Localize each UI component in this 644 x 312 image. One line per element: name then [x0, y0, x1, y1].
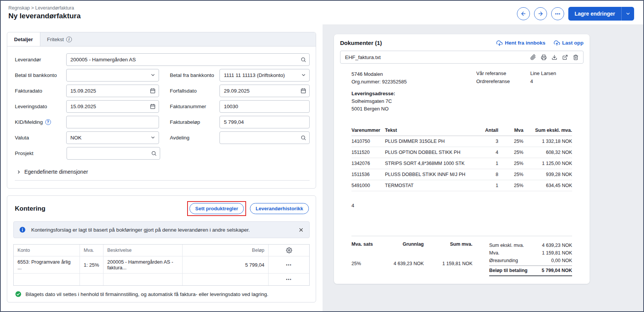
forfallsdato-field[interactable]: 29.09.2025 [219, 85, 310, 97]
avdeling-field[interactable] [219, 131, 310, 144]
leveringsdato-field[interactable]: 15.09.2025 [66, 100, 159, 113]
item-text: PLUSS DOBBEL STIKK INNF M/J PH [385, 172, 476, 177]
item-vat: 25% [498, 172, 523, 177]
fetch-from-inbox-label: Hent fra innboks [505, 40, 545, 46]
mva-cell[interactable] [80, 274, 103, 285]
belop-cell[interactable] [183, 274, 269, 285]
paperclip-icon[interactable] [530, 54, 536, 60]
page-number: 4 [351, 203, 572, 208]
search-icon[interactable] [301, 57, 306, 62]
save-button-group: Lagre endringer [568, 7, 634, 21]
forfallsdato-label: Forfallsdato [170, 88, 219, 94]
konto-cell[interactable] [14, 274, 80, 285]
totals-block: Sum ekskl. mva. 4 639,23 NOK Mva. 1 159,… [489, 242, 572, 276]
search-icon[interactable] [301, 135, 306, 141]
save-options-button[interactable] [621, 7, 634, 21]
leverandor-field[interactable]: 200005 - Hammergården AS [66, 53, 310, 66]
sett-produktregler-button[interactable]: Sett produktregler [189, 203, 244, 214]
vat-sum-header: Sum mva. [430, 242, 472, 257]
cloud-upload-icon [554, 40, 560, 46]
reference-block: Vår referanse Line Larsen Ordrereferanse… [476, 70, 572, 85]
breadcrumb-leverandorfaktura[interactable]: Leverandørfaktura [35, 5, 74, 11]
date-note-text: Bilagets dato vil settes i henhold til f… [25, 291, 269, 297]
file-name[interactable]: EHF_faktura.txt [345, 54, 530, 60]
avdeling-label: Avdeling [170, 135, 219, 141]
amount-due-value: 5 799,04 NOK [542, 268, 572, 273]
row-menu-button[interactable]: ••• [286, 263, 292, 267]
belop-cell[interactable]: 5 799,04 [183, 256, 269, 274]
upload-label: Last opp [562, 40, 584, 46]
fakturabelop-field[interactable]: 5 799,04 [219, 116, 310, 128]
valuta-select[interactable]: NOK [66, 131, 159, 144]
mva-header: Mva. [80, 245, 103, 256]
trash-icon[interactable] [573, 54, 579, 60]
row-menu-button[interactable]: ••• [286, 277, 292, 282]
leveringsdato-label: Leveringsdato [15, 104, 66, 109]
print-icon[interactable] [541, 54, 547, 60]
close-icon[interactable] [298, 227, 304, 233]
leverandor-value: 200005 - Hammergården AS [70, 57, 136, 62]
top-bar: Regnskap > Leverandørfaktura Ny leverand… [1, 1, 643, 24]
chevron-down-icon[interactable] [150, 72, 156, 78]
search-icon[interactable] [151, 150, 157, 156]
betal-fra-label: Betal fra bankkonto [170, 72, 219, 78]
item-number: 1410750 [351, 139, 385, 144]
item-row: 1511520 PLUS OPTION DOBBEL STIKK PH 4 25… [351, 147, 572, 158]
arrow-left-icon [520, 11, 526, 17]
tab-fritekst[interactable]: Fritekst i [40, 32, 79, 46]
calendar-icon[interactable] [301, 88, 306, 94]
fakturadato-value: 15.09.2025 [70, 88, 96, 94]
betal-fra-select[interactable]: 1111 11 11113 (Driftskonto) [219, 69, 310, 82]
help-icon[interactable]: ? [45, 119, 51, 125]
kontering-section: Kontering Sett produktregler Leverandørh… [7, 195, 316, 302]
custom-dimensions-toggle[interactable]: Egendefinerte dimensjoner [15, 163, 310, 181]
gear-icon[interactable] [286, 247, 292, 253]
fakturanummer-field[interactable]: 10030 [219, 100, 310, 113]
item-text: STRIPS SORT 4,8*368MM 1000 STK [385, 161, 476, 166]
leverandorhistorikk-button[interactable]: Leverandørhistorikk [250, 203, 309, 214]
order-reference-value: 4 [530, 78, 572, 85]
back-button[interactable] [517, 7, 530, 20]
fetch-from-inbox-link[interactable]: Hent fra innboks [496, 40, 545, 46]
table-settings-cell [269, 245, 309, 256]
prosjekt-field[interactable] [67, 147, 160, 160]
invoice-items-table: Varenummer Tekst Antall Mva Sum ekskl. m… [351, 125, 572, 191]
betal-til-select[interactable] [66, 69, 159, 82]
forward-button[interactable] [534, 7, 547, 20]
annotation-highlight: Sett produktregler [187, 201, 246, 216]
calendar-icon[interactable] [150, 88, 156, 94]
leverandor-label: Leverandør [15, 57, 66, 62]
vat-rate-value: 25% [351, 261, 375, 277]
chevron-down-icon [625, 11, 631, 16]
save-button[interactable]: Lagre endringer [568, 7, 621, 21]
beskrivelse-cell[interactable] [103, 274, 183, 285]
mva-cell[interactable]: 1: 25% [80, 256, 103, 274]
chevron-down-icon[interactable] [301, 72, 306, 78]
cloud-download-icon [496, 40, 502, 46]
betal-til-label: Betal til bankkonto [15, 72, 66, 78]
kontering-info-banner: Konteringsforslag er lagt til basert på … [13, 221, 310, 238]
our-reference-label: Vår referanse [476, 70, 530, 77]
kontering-row: 6553: Programvare årlig ... 1: 25% 20000… [14, 256, 309, 274]
item-qty: 3 [476, 139, 498, 144]
item-number: 1511520 [351, 150, 385, 155]
item-qty: 1 [476, 161, 498, 166]
kid-field[interactable] [66, 116, 159, 128]
tab-detaljer[interactable]: Detaljer [7, 32, 40, 46]
beskrivelse-cell[interactable]: 200005 - Hammergården AS - faktura... [103, 256, 183, 274]
amount-due-label: Beløp til betaling [489, 268, 528, 273]
vat-base-value: 4 639,23 NOK [381, 261, 424, 277]
calendar-icon[interactable] [150, 104, 156, 109]
order-reference-label: Ordrereferanse [476, 78, 530, 85]
sum-header: Sum ekskl. mva. [523, 128, 572, 133]
konto-cell[interactable]: 6553: Programvare årlig ... [14, 256, 80, 274]
chevron-down-icon[interactable] [150, 135, 156, 140]
item-qty: 1 [476, 183, 498, 188]
upload-link[interactable]: Last opp [554, 40, 584, 46]
open-external-icon[interactable] [562, 54, 568, 60]
delivery-city: 5001 Bergen NO [351, 105, 572, 113]
breadcrumb-regnskap[interactable]: Regnskap [8, 5, 30, 11]
more-actions-button[interactable]: ••• [551, 7, 564, 20]
fakturadato-field[interactable]: 15.09.2025 [66, 85, 159, 97]
download-icon[interactable] [552, 54, 557, 60]
